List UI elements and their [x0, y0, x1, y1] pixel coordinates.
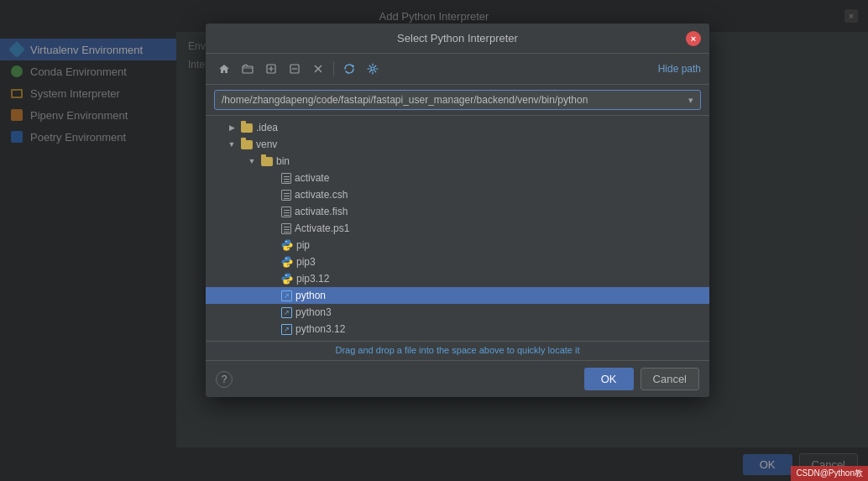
- tree-item-pip3[interactable]: pip3: [206, 254, 709, 270]
- svg-point-9: [287, 281, 289, 283]
- file-icon-activate-ps1: [281, 223, 291, 234]
- executable-icon-python3: ↗: [281, 307, 292, 318]
- tree-label-pip: pip: [296, 239, 310, 251]
- tree-arrow-venv: ▼: [226, 140, 238, 149]
- tree-item-idea[interactable]: ▶ .idea: [206, 119, 709, 136]
- tree-item-bin[interactable]: ▼ bin: [206, 153, 709, 170]
- file-icon-activate-fish: [281, 207, 291, 217]
- folder-icon-bin: [261, 157, 273, 166]
- path-value: /home/zhangdapeng/code/fastapi/fastapi_u…: [222, 94, 588, 106]
- tree-label-activate: activate: [295, 172, 329, 184]
- inner-close-button[interactable]: ×: [686, 31, 701, 46]
- expand-button[interactable]: [261, 59, 281, 79]
- tree-item-activate[interactable]: activate: [206, 170, 709, 186]
- drag-hint: Drag and drop a file into the space abov…: [206, 341, 709, 360]
- tree-item-python[interactable]: ↗ python: [206, 287, 709, 304]
- file-icon-activate: [281, 173, 291, 184]
- tree-item-activate-csh[interactable]: activate.csh: [206, 186, 709, 203]
- tree-label-pip3: pip3: [296, 256, 316, 268]
- tree-label-venv: venv: [256, 139, 277, 150]
- tree-label-python312: python3.12: [295, 323, 345, 335]
- path-input-field[interactable]: /home/zhangdapeng/code/fastapi/fastapi_u…: [214, 90, 701, 110]
- tree-label-activate-fish: activate.fish: [295, 206, 348, 217]
- executable-icon-python312: ↗: [281, 324, 292, 335]
- tree-item-venv[interactable]: ▼ venv: [206, 136, 709, 153]
- python-icon-pip3: [281, 256, 293, 268]
- svg-rect-0: [243, 66, 253, 73]
- svg-point-5: [287, 248, 289, 249]
- python-icon-pip: [281, 239, 293, 251]
- file-toolbar: Hide path: [206, 54, 709, 85]
- file-icon-activate-csh: [281, 190, 291, 201]
- svg-point-7: [287, 264, 289, 266]
- svg-point-4: [285, 241, 287, 243]
- tree-item-python3[interactable]: ↗ python3: [206, 304, 709, 321]
- dialog-ok-button[interactable]: OK: [584, 368, 634, 390]
- tree-item-pip[interactable]: pip: [206, 237, 709, 254]
- watermark: CSDN@Python教: [791, 466, 868, 481]
- refresh-button[interactable]: [339, 59, 359, 79]
- tree-arrow-bin: ▼: [246, 157, 258, 165]
- path-row: /home/zhangdapeng/code/fastapi/fastapi_u…: [206, 85, 709, 116]
- inner-title-bar: Select Python Interpreter ×: [206, 24, 709, 54]
- toolbar-separator: [333, 61, 334, 76]
- svg-point-3: [371, 67, 374, 71]
- tree-item-pip312[interactable]: pip3.12: [206, 270, 709, 287]
- tree-item-python312[interactable]: ↗ python3.12: [206, 321, 709, 337]
- svg-point-6: [285, 258, 287, 259]
- outer-window: Add Python Interpreter × Virtualenv Envi…: [0, 0, 868, 481]
- hide-path-button[interactable]: Hide path: [658, 63, 701, 75]
- tree-item-activate-fish[interactable]: activate.fish: [206, 203, 709, 220]
- python-icon-pip312: [281, 273, 293, 285]
- inner-dialog: Select Python Interpreter ×: [206, 24, 709, 397]
- tree-label-idea: .idea: [256, 122, 278, 133]
- dialog-buttons: OK Cancel: [584, 368, 699, 390]
- tree-label-pip312: pip3.12: [296, 273, 329, 285]
- help-button[interactable]: ?: [216, 371, 233, 388]
- tree-label-python3: python3: [295, 306, 332, 318]
- dialog-cancel-button[interactable]: Cancel: [641, 368, 699, 390]
- close-search-button[interactable]: [308, 59, 328, 79]
- executable-icon-python: ↗: [281, 290, 292, 301]
- tree-label-activate-ps1: Activate.ps1: [295, 222, 349, 234]
- tree-label-python: python: [295, 290, 326, 301]
- file-tree[interactable]: ▶ .idea ▼ venv ▼ bin activate: [206, 116, 709, 341]
- tree-label-activate-csh: activate.csh: [295, 189, 348, 201]
- tree-arrow-idea: ▶: [226, 123, 238, 132]
- new-folder-button[interactable]: [238, 59, 258, 79]
- home-button[interactable]: [214, 59, 234, 79]
- collapse-button[interactable]: [285, 59, 305, 79]
- tree-label-bin: bin: [276, 155, 290, 167]
- svg-point-8: [285, 274, 287, 276]
- settings-button[interactable]: [363, 59, 383, 79]
- dialog-bottom: ? OK Cancel: [206, 360, 709, 397]
- inner-dialog-title: Select Python Interpreter: [397, 32, 518, 44]
- folder-icon-idea: [241, 123, 253, 133]
- tree-item-activate-ps1[interactable]: Activate.ps1: [206, 220, 709, 237]
- folder-icon-venv: [241, 140, 253, 149]
- path-chevron-icon: ▾: [688, 95, 693, 106]
